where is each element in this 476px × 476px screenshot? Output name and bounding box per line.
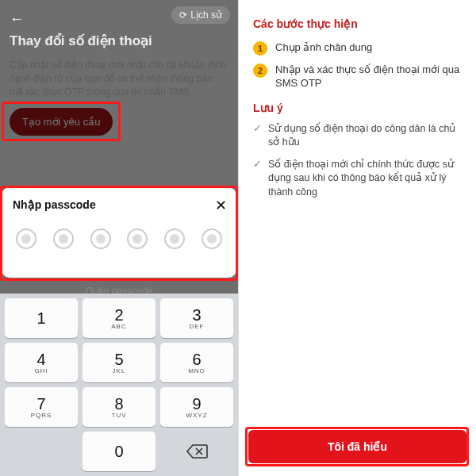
back-icon[interactable]: ← xyxy=(10,11,24,27)
clock-icon: ⟳ xyxy=(179,10,187,21)
key-4[interactable]: 4GHI xyxy=(5,343,78,382)
phone-right: Các bước thực hiện 1 Chụp ảnh chân dung … xyxy=(238,0,476,476)
notes-heading: Lưu ý xyxy=(253,102,462,114)
key-7[interactable]: 7PQRS xyxy=(5,387,78,427)
note-row: ✓ Số điện thoại mới chỉ chính thức được … xyxy=(253,158,462,200)
key-2[interactable]: 2ABC xyxy=(83,298,155,338)
key-blank xyxy=(5,432,78,471)
key-0[interactable]: 0 xyxy=(83,432,155,471)
key-3[interactable]: 3DEF xyxy=(160,298,233,338)
key-6[interactable]: 6MNO xyxy=(160,343,233,382)
step-2-text: Nhập và xác thực số điện thoại mới qua S… xyxy=(275,63,462,90)
highlight-passcode-modal xyxy=(0,186,238,281)
note-row: ✓ Sử dụng số điện thoại do công dân là c… xyxy=(253,122,462,150)
page-title: Thay đổi số điện thoại xyxy=(10,33,228,49)
backspace-icon xyxy=(186,443,208,459)
history-label: Lịch sử xyxy=(190,10,222,21)
step-row: 2 Nhập và xác thực số điện thoại mới qua… xyxy=(253,63,462,90)
numeric-keypad: 1 2ABC 3DEF 4GHI 5JKL 6MNO 7PQRS 8TUV 9W… xyxy=(0,294,238,476)
key-5[interactable]: 5JKL xyxy=(83,343,155,382)
header: ← ⟳Lịch sử Thay đổi số điện thoại xyxy=(0,0,238,59)
key-8[interactable]: 8TUV xyxy=(83,387,155,427)
steps-heading: Các bước thực hiện xyxy=(253,17,462,30)
step-badge-1: 1 xyxy=(253,41,267,56)
step-1-text: Chụp ảnh chân dung xyxy=(275,41,372,55)
highlight-understood-button xyxy=(245,427,469,466)
step-badge-2: 2 xyxy=(253,63,267,78)
key-backspace[interactable] xyxy=(160,432,233,471)
highlight-request-button xyxy=(2,102,121,141)
step-row: 1 Chụp ảnh chân dung xyxy=(253,41,462,56)
note-1-text: Sử dụng số điện thoại do công dân là chủ… xyxy=(268,122,462,150)
key-1[interactable]: 1 xyxy=(5,298,78,338)
phone-left: ← ⟳Lịch sử Thay đổi số điện thoại Cập nh… xyxy=(0,0,238,476)
key-9[interactable]: 9WXYZ xyxy=(160,387,233,427)
note-2-text: Số điện thoại mới chỉ chính thức được sử… xyxy=(268,158,462,200)
check-icon: ✓ xyxy=(253,158,262,172)
instructions-panel: Các bước thực hiện 1 Chụp ảnh chân dung … xyxy=(239,0,476,199)
screenshot-pair: ← ⟳Lịch sử Thay đổi số điện thoại Cập nh… xyxy=(0,0,476,476)
history-chip[interactable]: ⟳Lịch sử xyxy=(171,6,230,24)
check-icon: ✓ xyxy=(253,122,262,136)
